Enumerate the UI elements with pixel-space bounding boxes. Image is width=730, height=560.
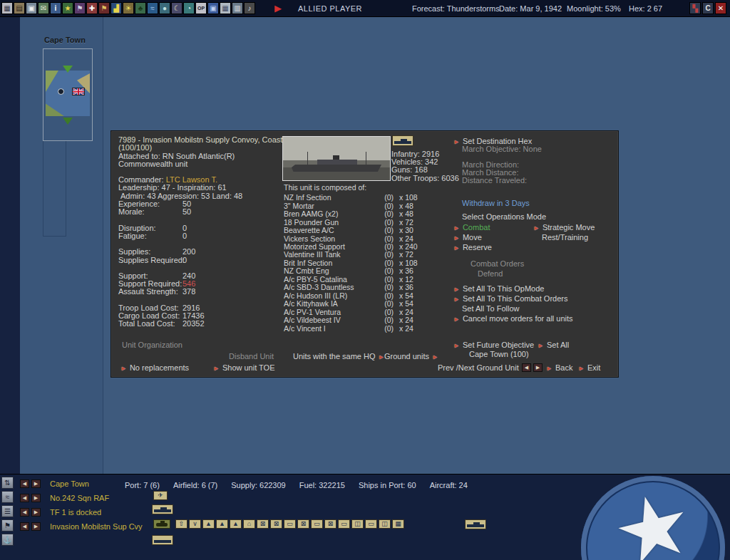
show-unit-toe-button[interactable]: ►Show unit TOE	[213, 364, 275, 373]
filter-icon[interactable]: ▥	[232, 2, 243, 14]
composition-row[interactable]: A/c Vincent I (0) x 24	[284, 325, 428, 333]
cancel-move-orders-label[interactable]: Cancel move orders for all units	[463, 314, 573, 323]
set-all-opmode-button[interactable]: ►Set All To This OpMode	[453, 285, 544, 294]
commander-name[interactable]: LTC Lawson T.	[166, 176, 217, 184]
cape-town-hex[interactable]	[46, 71, 90, 116]
device-name[interactable]: Beaverette A/C	[284, 227, 376, 234]
unit-icon-aa[interactable]: ▲	[202, 519, 215, 529]
device-name[interactable]: A/c Vildebeest IV	[284, 316, 376, 324]
set-all-combat-orders-button[interactable]: ►Set All To This Combat Orders	[453, 295, 567, 304]
unit-icon-support[interactable]: ◫	[351, 519, 364, 529]
exit-button[interactable]: ►Exit	[578, 364, 600, 373]
move-label[interactable]: Move	[463, 233, 482, 242]
notes-icon[interactable]: ▤	[14, 2, 25, 14]
close-icon[interactable]: ✕	[715, 2, 726, 14]
ops-mode-strategic-move-button[interactable]: ►Strategic Move	[533, 224, 595, 232]
screen-icon[interactable]: ▣	[207, 2, 219, 14]
device-name[interactable]: 3" Mortar	[284, 202, 376, 210]
set-all-label[interactable]: Set All	[547, 341, 569, 349]
ops-mode-move-button[interactable]: ►Move	[453, 234, 482, 242]
next-base-button[interactable]: ▶	[31, 479, 41, 488]
unit-icon-hq[interactable]: ⇧	[175, 519, 187, 529]
anchor-icon[interactable]: ⚓	[1, 534, 14, 546]
reports-icon[interactable]: ▣	[26, 2, 37, 14]
next-task-force-button[interactable]: ▶	[31, 508, 41, 517]
device-name[interactable]: A/c Hudson III (LR)	[284, 292, 376, 300]
device-name[interactable]: NZ Inf Section	[284, 194, 376, 202]
ground-units-button[interactable]: Ground units►	[384, 353, 441, 361]
unit-icon-infantry[interactable]: ⊠	[270, 519, 282, 529]
ground-unit-link[interactable]: Invasion Mobilstn Sup Cvy	[50, 522, 143, 531]
prev-base-button[interactable]: ◀	[20, 479, 29, 488]
chart-icon[interactable]: ▟	[110, 2, 122, 14]
exit-label[interactable]: Exit	[587, 363, 600, 372]
set-all-combat-orders-label[interactable]: Set All To This Combat Orders	[463, 294, 568, 303]
device-name[interactable]: A/c PBY-5 Catalina	[284, 276, 376, 284]
device-name[interactable]: Vickers Section	[284, 235, 376, 243]
op-mode-icon[interactable]: OP	[195, 2, 207, 14]
moon-icon[interactable]: ☾	[171, 2, 182, 14]
show-unit-toe-label[interactable]: Show unit TOE	[222, 363, 275, 372]
set-all-follow-button[interactable]: Set All To Follow	[462, 305, 520, 313]
sea-icon[interactable]: ≈	[147, 2, 158, 14]
landing-craft-icon[interactable]	[152, 535, 173, 545]
disband-unit-button[interactable]: Disband Unit	[229, 353, 274, 361]
back-button[interactable]: ►Back	[546, 364, 572, 373]
unit-icon-armor[interactable]: ▭	[284, 519, 296, 529]
terrain-icon[interactable]: ♣	[135, 2, 146, 14]
device-name[interactable]: Brit Inf Section	[284, 259, 376, 267]
air-group-icon[interactable]: ✈	[153, 491, 168, 500]
unit-icon-infantry[interactable]: ⊠	[324, 519, 336, 529]
next-air-group-button[interactable]: ▶	[31, 494, 41, 502]
unit-icon-base[interactable]: ⌂	[243, 519, 255, 529]
globe-icon[interactable]: ●	[159, 2, 170, 14]
info-icon[interactable]: i	[50, 2, 61, 14]
prev-ground-unit-button[interactable]: ◀	[20, 522, 29, 531]
no-replacements-label[interactable]: No replacements	[130, 363, 189, 372]
device-name[interactable]: A/c Kittyhawk IA	[284, 300, 376, 308]
banner-icon[interactable]: ⚑	[98, 2, 110, 14]
composition-row[interactable]: A/c Kittyhawk IA (0) x 54	[284, 300, 428, 308]
clock-icon[interactable]: ◔	[183, 2, 195, 14]
next-ground-unit-button[interactable]: ▶	[31, 522, 41, 531]
set-future-objective-label[interactable]: Set Future Objective	[463, 341, 534, 349]
device-name[interactable]: NZ Cmbt Eng	[284, 267, 376, 275]
strategic-move-label[interactable]: Strategic Move	[543, 223, 595, 232]
set-future-objective-button[interactable]: ►Set Future Objective	[453, 341, 534, 350]
same-hq-button[interactable]: Units with the same HQ►	[293, 353, 387, 361]
weather-icon[interactable]: ≈	[1, 491, 14, 503]
ship-class-icon[interactable]	[392, 135, 413, 146]
list-icon[interactable]: ☰	[1, 505, 14, 517]
objectives-icon[interactable]: ★	[62, 2, 73, 14]
music-icon[interactable]: ♪	[244, 2, 255, 14]
same-hq-label[interactable]: Units with the same HQ	[293, 352, 376, 361]
composition-row[interactable]: A/c Vildebeest IV (0) x 24	[284, 316, 428, 324]
device-name[interactable]: 18 Pounder Gun	[284, 219, 376, 227]
unit-icon-aa[interactable]: ▲	[216, 519, 228, 529]
ops-mode-rest-label[interactable]: Rest/Training	[542, 234, 588, 242]
medical-icon[interactable]: ✚	[86, 2, 98, 14]
unit-icon-armor[interactable]: ▭	[365, 519, 377, 529]
prev-air-group-button[interactable]: ◀	[20, 494, 29, 502]
unit-icon-engineer[interactable]: ▦	[392, 519, 404, 529]
device-name[interactable]: A/c Vincent I	[284, 325, 376, 333]
set-all-opmode-label[interactable]: Set All To This OpMode	[463, 284, 545, 293]
base-name-link[interactable]: Cape Town	[50, 479, 89, 488]
center-map-icon[interactable]: C	[702, 2, 714, 14]
next-turn-icon[interactable]: ▶	[274, 2, 282, 14]
attached-to-label[interactable]: Attached to: RN South Atlantic(R)	[118, 152, 284, 160]
air-group-link[interactable]: No.242 Sqn RAF	[50, 494, 109, 502]
device-name[interactable]: A/c SBD-3 Dauntless	[284, 284, 376, 291]
weather-icon[interactable]: ☀	[123, 2, 134, 14]
tank-unit-icon[interactable]	[153, 519, 170, 529]
device-name[interactable]: Motorized Support	[284, 243, 376, 251]
ops-mode-combat-button[interactable]: ►Combat	[453, 224, 490, 232]
flag-icon[interactable]: ⚑	[1, 519, 14, 532]
flag-icon[interactable]: ⚑	[74, 2, 86, 14]
prev-task-force-button[interactable]: ◀	[20, 508, 29, 517]
ops-mode-reserve-button[interactable]: ►Reserve	[453, 244, 492, 252]
combat-label[interactable]: Combat	[463, 223, 490, 232]
unit-icon-armor[interactable]: ▭	[338, 519, 350, 529]
back-label[interactable]: Back	[555, 363, 572, 372]
commander-line[interactable]: Commander: LTC Lawson T.	[118, 176, 284, 184]
